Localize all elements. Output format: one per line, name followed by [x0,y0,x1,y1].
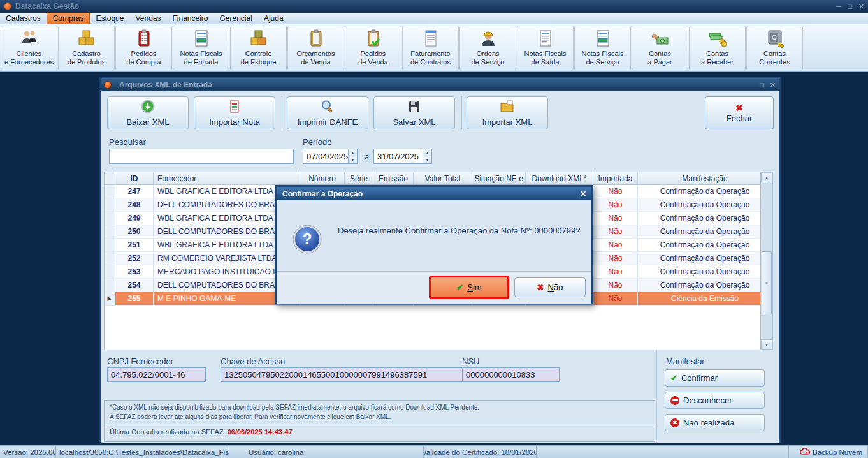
cell-marker[interactable] [105,279,115,292]
header-manifestacao[interactable]: Manifestação [638,172,772,184]
cell-manifestacao[interactable]: Confirmação da Operação [638,212,772,225]
sim-button[interactable]: ✔ Sim [429,276,509,299]
menu-ajuda[interactable]: Ajuda [258,13,289,24]
toolbar-nf-entrada[interactable]: Notas Fiscaisde Entrada [173,26,229,70]
toolbar-contas-pagar[interactable]: Contasa Pagar [632,26,688,70]
header-valor-total[interactable]: Valor Total [414,172,472,184]
cell-marker[interactable]: ▶ [105,292,115,305]
cell-marker[interactable] [105,198,115,211]
importar-xml-button[interactable]: Importar XML [467,96,548,129]
toolbar-controle-estoque[interactable]: Controlede Estoque [230,26,287,70]
header-importada[interactable]: Importada [593,172,638,184]
scroll-down-icon[interactable]: ▼ [761,339,772,350]
cell-importada[interactable]: Não [593,265,638,278]
cell-id[interactable]: 251 [115,239,154,251]
confirmar-button[interactable]: ✔ Confirmar [665,369,765,387]
importar-nota-button[interactable]: Importar Nota [194,96,275,129]
cell-marker[interactable] [105,185,115,198]
cnpj-field[interactable]: 04.795.022/0001-46 [107,367,206,382]
imprimir-danfe-button[interactable]: Imprimir DANFE [287,96,368,129]
restore-icon[interactable]: □ [848,3,852,11]
cell-importada[interactable]: Não [593,185,638,198]
cell-manifestacao[interactable]: Ciência da Emissão [638,292,772,305]
nao-realizada-button[interactable]: ✖ Não realizada [665,414,765,431]
nao-button[interactable]: ✖ Não [514,277,586,297]
period-to-value[interactable]: 31/07/2025 [374,149,423,163]
menu-financeiro[interactable]: Financeiro [166,13,213,24]
cell-manifestacao[interactable]: Confirmação da Operação [638,252,772,265]
header-numero[interactable]: Número [300,172,345,184]
menu-vendas[interactable]: Vendas [129,13,166,24]
toolbar-faturamento-contratos[interactable]: Faturamentode Contratos [402,26,459,70]
toolbar-ordens-servico[interactable]: Ordensde Serviço [459,26,516,70]
toolbar-clientes-fornecedores[interactable]: Clientese Fornecedores [1,26,57,70]
menu-estoque[interactable]: Estoque [90,13,129,24]
minimize-icon[interactable]: ─ [836,3,841,11]
date-spinner[interactable]: ▲▼ [348,149,357,163]
cell-manifestacao[interactable]: Confirmação da Operação [638,185,772,198]
toolbar-contas-correntes[interactable]: ContasCorrentes [746,26,803,70]
salvar-xml-button[interactable]: Salvar XML [373,96,455,129]
period-to-field[interactable]: 31/07/2025 ▲▼ [373,149,432,164]
header-situacao[interactable]: Situação NF-e [472,172,526,184]
menu-gerencial[interactable]: Gerencial [214,13,258,24]
fechar-button[interactable]: ✖ Fechar [705,96,774,129]
header-download-xml[interactable]: Download XML* [526,172,593,184]
cell-id[interactable]: 254 [115,279,154,292]
cell-id[interactable]: 247 [115,185,154,198]
scroll-thumb[interactable]: = [762,251,772,314]
close-icon[interactable]: ✕ [858,3,864,11]
cell-id[interactable]: 249 [115,212,154,225]
cell-marker[interactable] [105,212,115,225]
vertical-scrollbar[interactable]: ▲ = ▼ [760,172,772,350]
xml-close-icon[interactable]: ✕ [770,81,776,89]
cell-importada[interactable]: Não [593,279,638,292]
nsu-field[interactable]: 000000000010833 [462,367,560,382]
menu-cadastros[interactable]: Cadastros [0,13,47,24]
chave-field[interactable]: 1325050479502200014655001000000799149638… [221,367,480,382]
cell-importada[interactable]: Não [593,212,638,225]
baixar-xml-button[interactable]: Baixar XML [107,96,189,129]
xml-maximize-icon[interactable]: □ [760,81,764,89]
toolbar-pedidos-compra[interactable]: Pedidosde Compra [115,26,172,70]
toolbar-pedidos-venda[interactable]: Pedidosde Venda [345,26,401,70]
menu-compras[interactable]: Compras [47,13,90,24]
cell-importada[interactable]: Não [593,239,638,251]
header-serie[interactable]: Série [345,172,373,184]
period-from-field[interactable]: 07/04/2025 ▲▼ [303,149,358,164]
toolbar-nf-saida[interactable]: Notas Fiscaisde Saída [517,26,574,70]
cell-manifestacao[interactable]: Confirmação da Operação [638,279,772,292]
cell-importada[interactable]: Não [593,198,638,211]
scroll-up-icon[interactable]: ▲ [761,172,772,182]
cell-manifestacao[interactable]: Confirmação da Operação [638,198,772,211]
cell-marker[interactable] [105,252,115,265]
cell-marker[interactable] [105,265,115,278]
cell-id[interactable]: 255 [115,292,154,305]
cell-manifestacao[interactable]: Confirmação da Operação [638,239,772,251]
cell-marker[interactable] [105,239,115,251]
search-input[interactable] [109,149,294,164]
cell-importada[interactable]: Não [593,225,638,238]
toolbar-orcamentos-venda[interactable]: Orçamentosde Venda [287,26,344,70]
date-spinner[interactable]: ▲▼ [423,149,431,163]
desconhecer-button[interactable]: Desconhecer [665,392,765,409]
cell-importada[interactable]: Não [593,292,638,305]
cell-manifestacao[interactable]: Confirmação da Operação [638,225,772,238]
header-emissao[interactable]: Emissão [373,172,414,184]
header-fornecedor[interactable]: Fornecedor [154,172,300,184]
dialog-close-icon[interactable]: ✕ [580,189,586,198]
cell-id[interactable]: 250 [115,225,154,238]
cell-id[interactable]: 253 [115,265,154,278]
toolbar-contas-receber[interactable]: Contasa Receber [689,26,746,70]
period-from-value[interactable]: 07/04/2025 [303,149,348,163]
toolbar-nf-servico[interactable]: Notas Fiscaisde Serviço [574,26,631,70]
header-id[interactable]: ID [115,172,154,184]
cell-importada[interactable]: Não [593,252,638,265]
cell-manifestacao[interactable]: Confirmação da Operação [638,265,772,278]
toolbar-cadastro-produtos[interactable]: Cadastrode Produtos [58,26,115,70]
status-backup[interactable]: Backup Nuvem [789,446,868,458]
cell-id[interactable]: 248 [115,198,154,211]
scroll-track[interactable]: = [761,182,772,339]
cell-id[interactable]: 252 [115,252,154,265]
cell-marker[interactable] [105,225,115,238]
